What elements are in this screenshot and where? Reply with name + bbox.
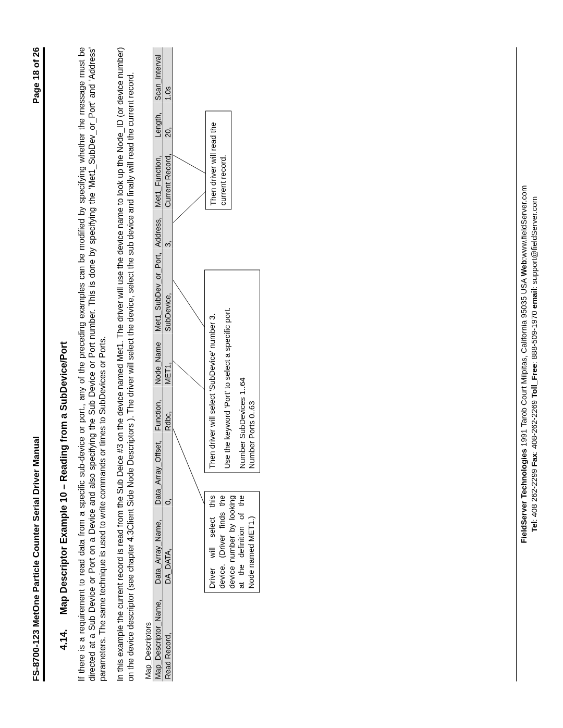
callout-diagram: Driver will select this device. (Driver … <box>173 47 329 681</box>
table-header: Function, <box>153 386 163 433</box>
callout-device: Driver will select this device. (Driver … <box>204 491 260 593</box>
table-header: Scan_Interval <box>153 47 163 103</box>
svg-line-3 <box>173 191 205 223</box>
table-cell: Rdbc, <box>163 386 173 433</box>
table-cell: MET1, <box>163 334 173 386</box>
table-cell: 0, <box>163 433 173 507</box>
svg-line-4 <box>173 155 205 173</box>
page-footer: FieldServer Technologies 1991 Tarob Cour… <box>516 47 539 681</box>
table-header: Length, <box>153 103 163 140</box>
header-right: Page 18 of 26 <box>31 47 42 104</box>
page-header: FS-8700-123 MetOne Particle Counter Seri… <box>31 47 45 681</box>
section-number: 4.14. <box>58 629 69 650</box>
paragraph-1: If there is a requirement to read data f… <box>77 47 108 681</box>
callout-read: Then driver will read the current record… <box>205 110 231 209</box>
table-header: Data_Array_Name, <box>153 507 163 586</box>
table-header: Met1_Function, <box>153 140 163 209</box>
svg-line-2 <box>173 280 204 327</box>
table-cell: 3, <box>163 209 173 249</box>
table-cell: 20, <box>163 103 173 140</box>
table-header: Map_Descriptor_Name, <box>153 586 163 681</box>
svg-line-1 <box>173 361 204 389</box>
table-cell: SubDevice, <box>163 249 173 334</box>
table-header: Node_Name <box>153 334 163 386</box>
footer-line-1: FieldServer Technologies 1991 Tarob Cour… <box>519 47 529 681</box>
paragraph-2: In this example the current record is re… <box>115 47 136 681</box>
table-header: Address, <box>153 209 163 249</box>
section-title: 4.14.Map Descriptor Example 10 – Reading… <box>58 47 69 681</box>
table-cell: Current Record, <box>163 140 173 209</box>
table-header: Met1_SubDev_or_Port, <box>153 249 163 334</box>
map-descriptors-table: Map_Descriptors Map_Descriptor_Name,Data… <box>143 47 173 681</box>
svg-line-0 <box>173 428 204 504</box>
table-header: Data_Array_Offset, <box>153 433 163 507</box>
table-cell: DA_DATA, <box>163 507 173 586</box>
footer-line-2: Tel: 408 262-2299 Fax: 408-262-2269 Toll… <box>529 47 540 681</box>
table-cell: Read Record, <box>163 586 173 681</box>
section-heading: Map Descriptor Example 10 – Reading from… <box>58 341 69 614</box>
table-section-label: Map_Descriptors <box>143 47 153 681</box>
table-cell: 1.0s <box>163 47 173 103</box>
callout-subdevice: Then driver will select 'SubDevice' numb… <box>204 269 260 473</box>
header-left: FS-8700-123 MetOne Particle Counter Seri… <box>31 436 42 681</box>
